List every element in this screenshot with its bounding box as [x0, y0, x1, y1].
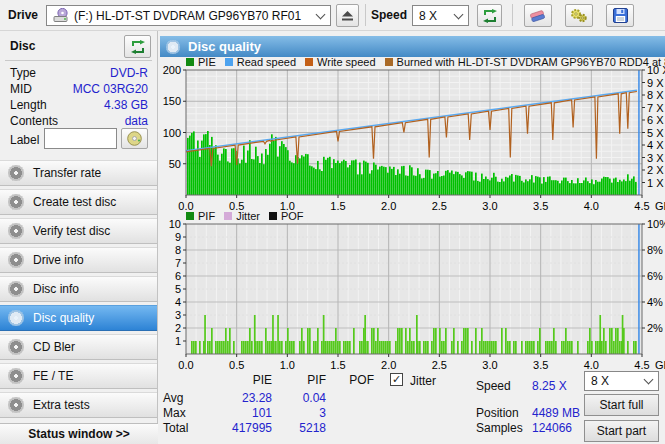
svg-text:2.5: 2.5	[432, 359, 447, 371]
sidebar-item-label: CD Bler	[33, 340, 75, 354]
disc-icon	[8, 310, 24, 326]
toolbar-separator	[365, 4, 366, 26]
position-stat-label: Position	[476, 406, 519, 420]
save-button[interactable]	[606, 4, 634, 27]
disc-icon	[8, 368, 24, 384]
svg-text:2 X: 2 X	[647, 164, 664, 176]
sidebar-item-label: Drive info	[33, 253, 84, 267]
svg-text:3.5: 3.5	[533, 359, 548, 371]
eject-icon	[342, 11, 353, 21]
svg-text:5: 5	[175, 283, 181, 295]
speed-stat-value: 8.25 X	[532, 379, 567, 393]
eraser-icon	[529, 9, 547, 23]
svg-text:1: 1	[175, 335, 181, 347]
refresh-button[interactable]	[477, 4, 502, 27]
pie-speed-chart: 2001501005010 X9 X8 X7 X6 X5 X4 X3 X2 X1…	[160, 56, 665, 208]
svg-text:2: 2	[175, 322, 181, 334]
speed-select[interactable]: 8 X	[412, 5, 469, 26]
svg-text:0.5: 0.5	[229, 359, 244, 371]
svg-text:3.0: 3.0	[482, 359, 497, 371]
stat-avg-pif: 0.04	[256, 391, 326, 405]
sidebar-item-create-test-disc[interactable]: Create test disc	[0, 189, 157, 215]
svg-text:4.0: 4.0	[584, 359, 599, 371]
disc-length-label: Length	[10, 98, 47, 112]
sidebar-item-label: Verify test disc	[33, 224, 110, 238]
disc-icon	[8, 165, 24, 181]
disc-type-value: DVD-R	[58, 66, 148, 80]
svg-text:2.0: 2.0	[381, 359, 396, 371]
disc-refresh-button[interactable]	[124, 35, 151, 58]
refresh-icon	[130, 40, 146, 54]
sidebar-item-cd-bler[interactable]: CD Bler	[0, 334, 157, 360]
drive-select-value: (F:) HL-DT-ST DVDRAM GP96YB70 RF01	[74, 9, 301, 23]
disc-type-label: Type	[10, 66, 36, 80]
disc-icon	[8, 194, 24, 210]
svg-text:3: 3	[175, 309, 181, 321]
disc-contents-label: Contents	[10, 114, 58, 128]
svg-text:6 X: 6 X	[647, 114, 664, 126]
chevron-down-icon	[644, 375, 654, 385]
drive-icon	[53, 8, 69, 23]
sidebar-item-fe-te[interactable]: FE / TE	[0, 363, 157, 389]
jitter-checkbox[interactable]: ✓	[390, 373, 403, 386]
sidebar-item-label: Disc info	[33, 282, 79, 296]
cd-icon	[127, 131, 142, 146]
status-window-button[interactable]: Status window >>	[0, 423, 158, 444]
refresh-icon	[482, 9, 498, 23]
drive-select[interactable]: (F:) HL-DT-ST DVDRAM GP96YB70 RF01	[46, 5, 331, 26]
disc-panel-title: Disc	[10, 39, 35, 53]
stat-col-pof: POF	[304, 373, 374, 387]
disc-mid-label: MID	[10, 82, 32, 96]
svg-text:4 X: 4 X	[647, 139, 664, 151]
samples-stat-value: 124066	[532, 421, 572, 435]
svg-text:4.5: 4.5	[634, 359, 649, 371]
svg-text:GB: GB	[655, 359, 665, 371]
jitter-checkbox-label: Jitter	[410, 374, 436, 388]
sidebar-item-verify-test-disc[interactable]: Verify test disc	[0, 218, 157, 244]
start-full-button[interactable]: Start full	[584, 394, 659, 416]
sidebar-item-drive-info[interactable]: Drive info	[0, 247, 157, 273]
sidebar-item-disc-quality[interactable]: Disc quality	[0, 305, 157, 331]
toolbar: Drive (F:) HL-DT-ST DVDRAM GP96YB70 RF01…	[0, 0, 665, 31]
sidebar-item-label: Extra tests	[33, 398, 90, 412]
svg-text:6%: 6%	[647, 270, 663, 282]
svg-text:8%: 8%	[647, 244, 663, 256]
samples-stat-label: Samples	[476, 421, 523, 435]
sidebar-item-extra-tests[interactable]: Extra tests	[0, 392, 157, 418]
pif-chart: 1098765432110%8%6%4%2%0.00.51.01.52.02.5…	[160, 208, 665, 376]
app-window: Drive (F:) HL-DT-ST DVDRAM GP96YB70 RF01…	[0, 0, 665, 444]
chevron-down-icon	[316, 9, 326, 19]
sidebar-item-transfer-rate[interactable]: Transfer rate	[0, 160, 157, 186]
scan-speed-select[interactable]: 8 X	[584, 371, 659, 391]
save-icon	[613, 8, 628, 23]
svg-text:200: 200	[163, 64, 181, 76]
disc-label-label: Label	[10, 133, 39, 147]
stat-total-pif: 5218	[256, 421, 326, 435]
settings-button[interactable]	[565, 4, 593, 27]
sidebar-item-disc-info[interactable]: Disc info	[0, 276, 157, 302]
start-part-button[interactable]: Start part	[584, 420, 659, 442]
svg-text:3 X: 3 X	[647, 152, 664, 164]
svg-text:2%: 2%	[647, 322, 663, 334]
disc-icon	[8, 339, 24, 355]
sidebar-item-label: Create test disc	[33, 195, 116, 209]
disc-label-button[interactable]	[121, 128, 148, 149]
toolbar-separator	[512, 4, 513, 26]
drive-label: Drive	[8, 8, 38, 22]
page-header: Disc quality	[160, 36, 665, 57]
svg-text:10 X: 10 X	[647, 64, 665, 76]
erase-button[interactable]	[524, 4, 552, 27]
svg-text:6: 6	[175, 270, 181, 282]
sidebar-item-label: Disc quality	[33, 311, 94, 325]
disc-icon	[166, 40, 180, 54]
svg-text:5 X: 5 X	[647, 127, 664, 139]
svg-text:1.5: 1.5	[330, 359, 345, 371]
disc-icon	[8, 252, 24, 268]
svg-text:7: 7	[175, 257, 181, 269]
svg-text:150: 150	[163, 95, 181, 107]
sidebar-item-label: FE / TE	[33, 369, 73, 383]
stat-row-label: Total	[163, 421, 188, 435]
disc-label-input[interactable]	[44, 128, 117, 149]
eject-button[interactable]	[336, 4, 359, 27]
speed-select-value: 8 X	[419, 9, 437, 23]
